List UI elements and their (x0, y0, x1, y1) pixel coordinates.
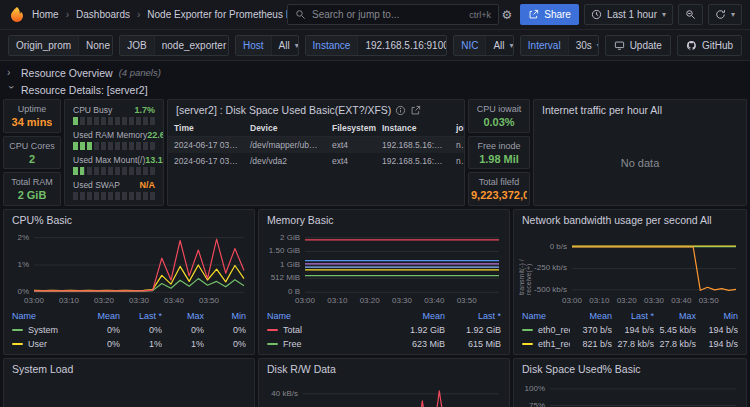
free-inode-value: 1.98 Mil (479, 153, 519, 165)
gauge-bar (73, 167, 155, 175)
monitor-icon (614, 40, 625, 51)
series-color-dash (12, 343, 23, 345)
memory-basic-legend: Name Mean Last * Total 1.92 GiB 1.92 GiB… (259, 309, 509, 354)
chevron-down-icon: › (6, 86, 17, 94)
panel-total-filefd[interactable]: Total filefd 9,223,372,036 (468, 172, 530, 206)
column-header-device[interactable]: Device (244, 120, 326, 137)
search-icon (295, 9, 306, 20)
panel-title-memory-basic[interactable]: Memory Basic (259, 210, 509, 230)
cpu-cores-value: 2 (29, 153, 35, 165)
panel-cpu-cores[interactable]: CPU Cores 2 (3, 136, 61, 170)
uptime-value: 34 mins (12, 116, 53, 128)
refresh-button[interactable]: ▾ (708, 4, 742, 25)
series-color-dash (267, 329, 278, 331)
cpu-basic-legend: Name Mean Last * Max Min System 0% 0% 0%… (4, 309, 254, 354)
legend-row-system[interactable]: System 0% 0% 0% 0% (12, 323, 246, 337)
row-resource-overview[interactable]: › Resource Overview (4 panels) (3, 65, 747, 80)
disk-rw-chart[interactable]: 40 kB/s30 kB/s20 kB/s (263, 381, 505, 407)
no-data-message: No data (534, 120, 746, 205)
series-color-dash (12, 329, 23, 331)
share-button[interactable]: Share (520, 4, 579, 25)
gauge-bar (73, 192, 155, 200)
refresh-icon (715, 9, 726, 20)
legend-header: Name Mean Last * Max Min (12, 309, 246, 323)
variable-interval[interactable]: Interval 30s▾ (520, 35, 599, 56)
cpu-iowait-value: 0.03% (483, 116, 514, 128)
breadcrumb-home[interactable]: Home (30, 7, 61, 22)
disk-space-used-chart[interactable]: 100%75%50% (518, 381, 742, 407)
stat-column-right: CPU iowait 0.03% Free inode 1.98 Mil Tot… (468, 99, 530, 206)
chevron-down-icon: ▾ (731, 10, 735, 19)
dashboard-settings-icon[interactable]: ⚙ (498, 6, 515, 24)
variable-nic[interactable]: NIC All▾ (453, 35, 514, 56)
variables-bar: Origin_prom None▾ JOB node_exporter▾ Hos… (0, 30, 750, 61)
gauge-used-swap: Used SWAPN/A (65, 179, 163, 201)
panel-usage-gauges[interactable]: CPU Busy1.7% Used RAM Memory22.6% Used M… (64, 99, 164, 206)
variable-host[interactable]: Host All▾ (235, 35, 299, 56)
search-shortcut: ctrl+k (469, 10, 491, 20)
column-header-job[interactable]: job (450, 120, 464, 137)
variable-job[interactable]: JOB node_exporter▾ (119, 35, 229, 56)
gauge-used-max-mount: Used Max Mount(/)13.1% (65, 154, 163, 176)
panel-title-network-bandwidth[interactable]: Network bandwidth usage per second All (514, 210, 746, 230)
panel-memory-basic: Memory Basic 2 GiB1.50 GiB1 GiB512 MiB0 … (258, 209, 510, 355)
panel-disk-space-used: Disk Space Used% Basic 100%75%50% (513, 358, 747, 407)
panel-title-disk-space-table[interactable]: [server2] : Disk Space Used Basic(EXT?/X… (168, 100, 464, 120)
memory-basic-chart[interactable]: 2 GiB1.50 GiB1 GiB512 MiB0 B03:0003:1003… (263, 232, 505, 309)
chevron-down-icon: ▾ (662, 10, 666, 19)
search-input[interactable]: Search or jump to... ctrl+k (287, 4, 499, 25)
panel-uptime[interactable]: Uptime 34 mins (3, 99, 61, 133)
gauge-bar (73, 117, 155, 125)
panel-title-internet-traffic[interactable]: Internet traffic per hour All (534, 100, 746, 120)
zoom-out-time-button[interactable] (678, 4, 703, 25)
variable-origin-prom[interactable]: Origin_prom None▾ (8, 35, 113, 56)
clock-icon (591, 9, 602, 20)
grafana-logo[interactable] (8, 6, 25, 23)
search-placeholder: Search or jump to... (312, 9, 463, 20)
legend-row-eth1-receive[interactable]: eth1_receive 821 b/s 27.8 kb/s 27.8 kb/s… (522, 337, 738, 351)
panel-free-inode[interactable]: Free inode 1.98 Mil (468, 136, 530, 170)
variable-instance[interactable]: Instance 192.168.5.16:9100▾ (305, 35, 448, 56)
panel-cpu-iowait[interactable]: CPU iowait 0.03% (468, 99, 530, 133)
panel-title-system-load[interactable]: System Load (4, 359, 254, 379)
legend-row-user[interactable]: User 0% 1% 1% 0% (12, 337, 246, 351)
update-link-button[interactable]: Update (605, 35, 671, 56)
legend-row-total[interactable]: Total 1.92 GiB 1.92 GiB (267, 323, 501, 337)
legend-row-free[interactable]: Free 623 MiB 615 MiB (267, 337, 501, 351)
table-header-row: Time Device Filesystem Instance job (168, 120, 464, 137)
disk-space-table: Time Device Filesystem Instance job 2024… (168, 120, 464, 169)
legend-row-eth0-receive[interactable]: eth0_receive 370 b/s 194 b/s 5.45 kb/s 1… (522, 323, 738, 337)
panel-title-cpu-basic[interactable]: CPU% Basic (4, 210, 254, 230)
time-range-picker[interactable]: Last 1 hour ▾ (584, 4, 673, 25)
series-color-dash (522, 329, 533, 331)
row-resource-details[interactable]: › Resource Details: [server2] (3, 82, 747, 97)
series-color-dash (267, 343, 278, 345)
panel-system-load: System Load (3, 358, 255, 407)
dashboard-canvas: › Resource Overview (4 panels) › Resourc… (0, 61, 750, 407)
stat-column-left: Uptime 34 mins CPU Cores 2 Total RAM 2 G… (3, 99, 61, 206)
breadcrumb-separator: › (137, 9, 140, 20)
panel-total-ram[interactable]: Total RAM 2 GiB (3, 172, 61, 206)
column-header-time[interactable]: Time (168, 120, 244, 137)
external-link-icon[interactable] (410, 105, 421, 116)
network-bandwidth-chart[interactable]: 0 b/s-250 kb/s-500 kb/s03:0003:1003:2003… (518, 232, 742, 309)
column-header-filesystem[interactable]: Filesystem (326, 120, 376, 137)
github-icon (686, 40, 697, 51)
column-header-instance[interactable]: Instance (376, 120, 450, 137)
chevron-down-icon: ▾ (510, 41, 514, 50)
github-link-button[interactable]: GitHub (677, 35, 742, 56)
panel-title-disk-space-used[interactable]: Disk Space Used% Basic (514, 359, 746, 379)
cpu-basic-chart[interactable]: 2%1%0%03:0003:1003:2003:3003:4003:50 (8, 232, 250, 309)
zoom-out-icon (685, 9, 696, 20)
chevron-down-icon: ▾ (295, 41, 299, 50)
info-icon[interactable] (395, 105, 406, 116)
gauge-bar (73, 142, 155, 150)
total-ram-value: 2 GiB (18, 189, 47, 201)
gauge-cpu-busy: CPU Busy1.7% (65, 104, 163, 126)
share-icon (528, 9, 539, 20)
row-panel-count: (4 panels) (119, 67, 161, 78)
panel-title-disk-rw-data[interactable]: Disk R/W Data (259, 359, 509, 379)
system-load-chart[interactable] (8, 381, 250, 407)
breadcrumb-dashboards[interactable]: Dashboards (74, 7, 132, 22)
series-color-dash (522, 343, 533, 345)
